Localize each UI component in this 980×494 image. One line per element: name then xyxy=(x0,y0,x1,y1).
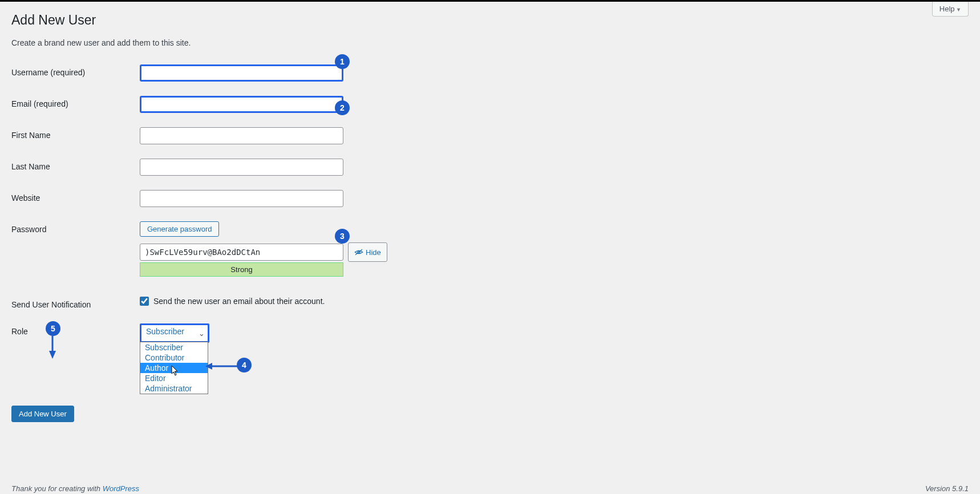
password-strength-meter: Strong xyxy=(140,262,343,277)
notification-label: Send User Notification xyxy=(11,297,140,309)
role-option-contributor[interactable]: Contributor xyxy=(140,353,208,363)
cursor-icon xyxy=(171,366,179,376)
email-label: Email (required) xyxy=(11,96,140,108)
notification-checkbox[interactable] xyxy=(140,297,149,306)
annotation-arrow-4 xyxy=(205,361,240,372)
role-label: Role xyxy=(11,323,140,336)
role-select[interactable]: Subscriber xyxy=(140,323,209,343)
password-label: Password xyxy=(11,221,140,234)
lastname-label: Last Name xyxy=(11,159,140,171)
firstname-input[interactable] xyxy=(140,127,343,144)
page-subtitle: Create a brand new user and add them to … xyxy=(11,38,969,47)
password-input[interactable] xyxy=(140,244,343,261)
add-new-user-button[interactable]: Add New User xyxy=(11,406,74,422)
website-label: Website xyxy=(11,190,140,203)
role-option-administrator[interactable]: Administrator xyxy=(140,383,208,394)
email-input[interactable] xyxy=(140,96,343,113)
notification-text: Send the new user an email about their a… xyxy=(153,297,325,306)
hide-password-button[interactable]: Hide xyxy=(348,242,387,262)
wordpress-link[interactable]: WordPress xyxy=(103,484,139,493)
website-input[interactable] xyxy=(140,190,343,207)
footer-version: Version 5.9.1 xyxy=(925,484,969,493)
role-option-subscriber[interactable]: Subscriber xyxy=(140,342,208,353)
annotation-arrow-5 xyxy=(47,336,58,359)
lastname-input[interactable] xyxy=(140,159,343,176)
annotation-badge-2: 2 xyxy=(335,100,350,115)
generate-password-button[interactable]: Generate password xyxy=(140,221,219,237)
username-label: Username (required) xyxy=(11,64,140,77)
annotation-badge-3: 3 xyxy=(335,229,350,244)
annotation-badge-4: 4 xyxy=(237,358,252,372)
page-title: Add New User xyxy=(11,7,969,38)
eye-slash-icon xyxy=(354,249,363,256)
firstname-label: First Name xyxy=(11,127,140,140)
annotation-badge-5: 5 xyxy=(46,321,60,336)
svg-marker-3 xyxy=(205,363,212,370)
svg-marker-5 xyxy=(49,351,56,359)
username-input[interactable] xyxy=(140,64,343,82)
annotation-badge-1: 1 xyxy=(335,54,350,69)
footer-credits: Thank you for creating with WordPress xyxy=(11,484,139,493)
help-button[interactable]: Help xyxy=(932,2,969,17)
